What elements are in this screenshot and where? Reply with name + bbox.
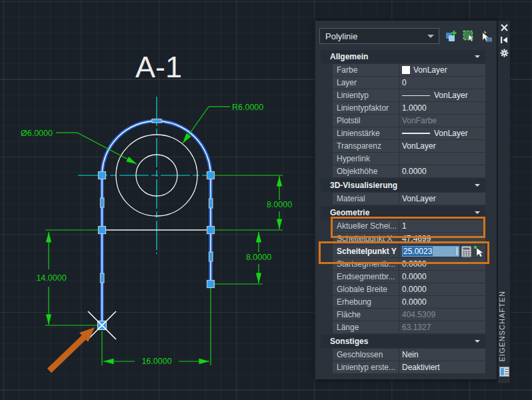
property-label: Geschlossen [333, 349, 399, 361]
section-header-3d-visualisierung[interactable]: 3D-Visualisierung [321, 179, 485, 192]
row-scheitelpunkt-x[interactable]: Scheitelpunkt X 47.4699 [333, 233, 485, 245]
calculator-icon[interactable] [461, 246, 472, 257]
property-value[interactable]: 0.0000 [399, 165, 485, 177]
property-value[interactable]: Nein [399, 349, 485, 361]
row-scheitelpunkt-y[interactable]: Scheitelpunkt Y 25.0023 [333, 245, 485, 257]
property-label: Layer [333, 77, 399, 89]
row-farbe[interactable]: Farbe VonLayer [333, 64, 485, 76]
property-label: Linienstärke [333, 127, 399, 139]
dim-text-bottom: 16.0000 [141, 357, 171, 366]
property-label: Erhebung [333, 296, 399, 308]
section-title: Allgemein [330, 52, 368, 61]
property-label: Plotstil [333, 115, 399, 127]
vertex-grip[interactable] [99, 172, 106, 179]
quick-select-icon[interactable] [462, 30, 475, 43]
property-label: Farbe [333, 64, 399, 76]
midpoint-grip[interactable] [209, 199, 213, 208]
property-value[interactable]: Deaktiviert [399, 361, 485, 373]
section-title: Sonstiges [330, 337, 368, 346]
property-value: 25.0023 [399, 245, 485, 257]
lineweight-glyph [402, 133, 430, 134]
row-laenge[interactable]: Länge 63.1327 [333, 321, 485, 333]
row-material[interactable]: Material VonLayer [333, 193, 485, 205]
row-endsegmentbreite[interactable]: Endsegmentbr... 0.0000 [333, 271, 485, 283]
dimension-lines[interactable] [45, 107, 283, 365]
row-linientyp-erstellen[interactable]: Linientyp erste... Deaktiviert [333, 361, 485, 373]
property-value[interactable]: 47.4699 [399, 233, 485, 245]
section-header-geometrie[interactable]: Geometrie [321, 206, 485, 219]
property-label: Globale Breite [333, 283, 399, 295]
midpoint-grip[interactable] [152, 119, 161, 123]
row-objekthoehe[interactable]: Objekthöhe 0.0000 [333, 165, 485, 177]
property-value[interactable]: 1.0000 [399, 102, 485, 114]
row-hyperlink[interactable]: Hyperlink [333, 153, 485, 165]
section-header-allgemein[interactable]: Allgemein [321, 50, 485, 63]
property-label: Aktueller Schei... [333, 220, 399, 232]
vertex-y-input[interactable]: 25.0023 [402, 246, 459, 257]
section-header-sonstiges[interactable]: Sonstiges [321, 335, 485, 348]
collapse-chevron-icon[interactable] [475, 55, 480, 58]
collapse-chevron-icon[interactable] [475, 211, 480, 214]
property-value[interactable]: VonLayer [399, 127, 485, 139]
collapse-chevron-icon[interactable] [475, 184, 480, 187]
row-linientyp[interactable]: Linientyp VonLayer [333, 89, 485, 101]
palette-title-bar[interactable]: EIGENSCHAFTEN [497, 20, 511, 384]
section-title: Geometrie [330, 208, 369, 217]
property-label: Hyperlink [333, 153, 399, 165]
properties-palette-icon[interactable] [499, 367, 509, 379]
property-label: Transparenz [333, 140, 399, 152]
property-label: Linientyp [333, 89, 399, 101]
select-objects-icon[interactable] [479, 30, 492, 43]
midpoint-grip[interactable] [209, 252, 213, 261]
property-value[interactable]: VonLayer [399, 193, 485, 205]
dim-text-left: 14.0000 [36, 273, 66, 283]
vertex-grip[interactable] [207, 227, 215, 234]
row-geschlossen[interactable]: Geschlossen Nein [333, 349, 485, 361]
object-type-dropdown[interactable]: Polylinie [319, 28, 439, 44]
row-erhebung[interactable]: Erhebung 0.0000 [333, 296, 485, 308]
text-caret [457, 247, 457, 255]
property-value[interactable] [399, 153, 485, 165]
row-flaeche[interactable]: Fläche 404.5309 [333, 309, 485, 321]
dim-text-right-upper: 8.0000 [267, 200, 292, 209]
property-value[interactable]: VonLayer [399, 64, 485, 76]
row-globale-breite[interactable]: Globale Breite 0.0000 [333, 283, 485, 295]
collapse-chevron-icon[interactable] [475, 340, 480, 343]
pick-point-icon[interactable] [473, 246, 485, 257]
property-value[interactable]: 0 [399, 77, 485, 89]
property-value[interactable]: 0.0000 [399, 258, 485, 270]
property-label: Endsegmentbr... [333, 271, 399, 283]
vertex-grip[interactable] [207, 281, 215, 288]
vertex-grip[interactable] [99, 227, 106, 234]
property-value[interactable]: VonLayer [399, 89, 485, 101]
property-value: 63.1327 [399, 321, 485, 333]
row-aktueller-scheitelpunkt[interactable]: Aktueller Schei... 1 [333, 220, 485, 232]
property-label: Startsegmentb... [333, 258, 399, 270]
row-layer[interactable]: Layer 0 [333, 77, 485, 89]
auto-hide-icon[interactable] [498, 35, 510, 45]
property-label: Objekthöhe [333, 165, 399, 177]
close-icon[interactable] [498, 22, 510, 33]
dim-text-right-lower: 8.0000 [246, 253, 271, 262]
row-plotstil[interactable]: Plotstil VonFarbe [333, 115, 485, 127]
row-transparenz[interactable]: Transparenz VonLayer [333, 140, 485, 152]
settings-gear-icon[interactable] [498, 47, 510, 58]
row-linientypfaktor[interactable]: Linientypfaktor 1.0000 [333, 102, 485, 114]
property-value[interactable]: 0.0000 [399, 283, 485, 295]
property-label: Linientypfaktor [333, 102, 399, 114]
midpoint-grip[interactable] [101, 198, 105, 207]
property-value[interactable]: VonLayer [399, 140, 485, 152]
row-linienstaerke[interactable]: Linienstärke VonLayer [333, 127, 485, 139]
vertex-grip[interactable] [207, 172, 215, 179]
autocad-window: A-1 [0, 0, 532, 400]
row-startsegmentbreite[interactable]: Startsegmentb... 0.0000 [333, 258, 485, 270]
property-value[interactable]: 1 [399, 220, 485, 232]
pickadd-toggle-icon[interactable] [445, 30, 457, 43]
midpoint-grip[interactable] [101, 273, 105, 283]
property-value[interactable]: 0.0000 [399, 296, 485, 308]
property-value[interactable]: 0.0000 [399, 271, 485, 283]
linetype-glyph [402, 95, 430, 96]
object-type-value: Polylinie [325, 31, 357, 41]
property-value: VonFarbe [399, 115, 485, 127]
dim-text-radius: R6.0000 [232, 103, 263, 112]
